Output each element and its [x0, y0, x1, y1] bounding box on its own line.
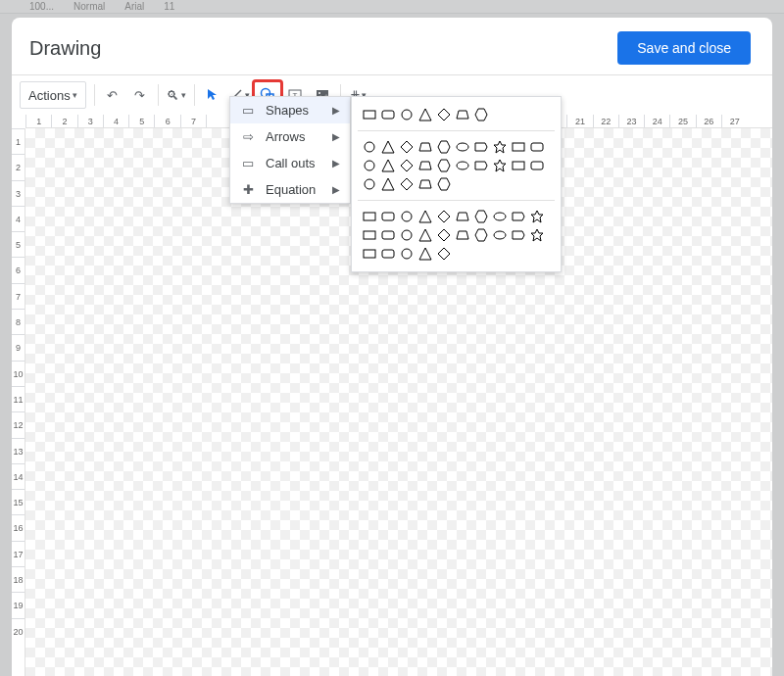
- svg-marker-31: [494, 160, 506, 171]
- equation-category-icon: ✚: [240, 182, 256, 197]
- shape-option[interactable]: [380, 176, 396, 192]
- svg-marker-44: [457, 213, 468, 220]
- shape-option[interactable]: [399, 246, 415, 262]
- ruler-tick: 6: [154, 115, 179, 127]
- shape-option[interactable]: [417, 227, 433, 243]
- select-tool-button[interactable]: [199, 81, 226, 109]
- actions-menu-button[interactable]: Actions ▾: [20, 81, 86, 109]
- menu-item-equation[interactable]: ✚ Equation ▶: [230, 176, 350, 203]
- shape-option[interactable]: [529, 139, 545, 155]
- shape-option[interactable]: [380, 158, 396, 173]
- svg-marker-48: [531, 211, 543, 222]
- ruler-tick: 11: [12, 386, 24, 411]
- shape-option[interactable]: [380, 209, 396, 224]
- svg-marker-17: [419, 143, 431, 151]
- shape-option[interactable]: [417, 176, 433, 192]
- svg-point-46: [494, 213, 506, 220]
- shape-option[interactable]: [529, 227, 545, 243]
- shape-option[interactable]: [455, 209, 470, 224]
- shape-option[interactable]: [492, 158, 508, 173]
- shape-option[interactable]: [362, 158, 377, 173]
- menu-item-shapes[interactable]: ▭ Shapes ▶: [230, 97, 350, 123]
- redo-icon: ↷: [134, 88, 145, 103]
- shape-option[interactable]: [455, 158, 470, 173]
- undo-button[interactable]: ↶: [99, 81, 126, 109]
- shape-option[interactable]: [417, 209, 433, 224]
- shape-option[interactable]: [380, 246, 396, 262]
- shape-option[interactable]: [436, 209, 452, 224]
- shape-option[interactable]: [417, 246, 433, 262]
- shape-option[interactable]: [529, 158, 545, 173]
- shape-option[interactable]: [511, 158, 526, 173]
- shape-option[interactable]: [492, 227, 508, 243]
- menu-item-arrows[interactable]: ⇨ Arrows ▶: [230, 123, 350, 150]
- shape-option[interactable]: [473, 139, 489, 155]
- shape-option[interactable]: [436, 158, 452, 173]
- svg-point-6: [318, 92, 320, 94]
- save-and-close-button[interactable]: Save and close: [617, 31, 751, 65]
- ruler-tick: 9: [12, 334, 24, 360]
- svg-marker-57: [513, 231, 524, 239]
- shape-option[interactable]: [473, 158, 489, 173]
- ruler-tick: 1: [25, 115, 51, 127]
- shape-option[interactable]: [417, 107, 433, 122]
- shape-option[interactable]: [473, 227, 489, 243]
- ruler-tick: 4: [12, 206, 24, 231]
- shape-option[interactable]: [399, 227, 415, 243]
- svg-marker-52: [419, 229, 431, 241]
- ruler-vertical: 1234567891011121314151617181920: [12, 128, 25, 676]
- ruler-tick: 8: [12, 309, 24, 334]
- ruler-tick: 26: [696, 115, 721, 127]
- shape-option[interactable]: [511, 227, 526, 243]
- ruler-tick: 7: [180, 115, 206, 127]
- shape-option[interactable]: [455, 227, 470, 243]
- ruler-tick: 10: [12, 361, 24, 386]
- svg-rect-23: [531, 143, 543, 151]
- shape-option[interactable]: [362, 139, 377, 155]
- shape-option[interactable]: [436, 227, 452, 243]
- shape-option[interactable]: [380, 227, 396, 243]
- shape-option[interactable]: [492, 139, 508, 155]
- svg-marker-11: [438, 109, 450, 121]
- ruler-tick: 2: [12, 154, 24, 179]
- shape-option[interactable]: [417, 158, 433, 173]
- shape-option[interactable]: [362, 227, 377, 243]
- redo-button[interactable]: ↷: [126, 81, 154, 109]
- shape-option[interactable]: [436, 107, 452, 122]
- shape-option[interactable]: [529, 209, 545, 224]
- shape-option[interactable]: [492, 209, 508, 224]
- shape-option[interactable]: [436, 176, 452, 192]
- shape-option[interactable]: [380, 107, 396, 122]
- shape-option[interactable]: [511, 209, 526, 224]
- shape-option[interactable]: [455, 139, 470, 155]
- chevron-right-icon: ▶: [332, 158, 340, 169]
- shape-option[interactable]: [380, 139, 396, 155]
- svg-rect-40: [382, 213, 394, 220]
- shape-option[interactable]: [362, 107, 377, 122]
- shape-option[interactable]: [473, 209, 489, 224]
- ruler-tick: 25: [669, 115, 695, 127]
- svg-marker-10: [419, 109, 431, 121]
- zoom-button[interactable]: 🔍︎ ▾: [163, 81, 190, 109]
- shape-option[interactable]: [436, 246, 452, 262]
- shape-option[interactable]: [399, 209, 415, 224]
- shape-option[interactable]: [399, 107, 415, 122]
- svg-marker-42: [419, 211, 431, 222]
- shape-option[interactable]: [417, 139, 433, 155]
- shape-option[interactable]: [511, 139, 526, 155]
- ruler-tick: 2: [51, 115, 76, 127]
- shape-option[interactable]: [399, 176, 415, 192]
- svg-rect-50: [382, 231, 394, 239]
- shape-option[interactable]: [473, 107, 489, 122]
- menu-item-callouts[interactable]: ▭ Call outs ▶: [230, 150, 350, 176]
- shape-option[interactable]: [399, 158, 415, 173]
- ruler-tick: 12: [12, 411, 24, 437]
- menu-item-label: Shapes: [266, 103, 309, 118]
- svg-point-51: [402, 230, 412, 240]
- shape-option[interactable]: [362, 176, 377, 192]
- shape-option[interactable]: [399, 139, 415, 155]
- shape-option[interactable]: [362, 209, 377, 224]
- shape-option[interactable]: [455, 107, 470, 122]
- shape-option[interactable]: [362, 246, 377, 262]
- shape-option[interactable]: [436, 139, 452, 155]
